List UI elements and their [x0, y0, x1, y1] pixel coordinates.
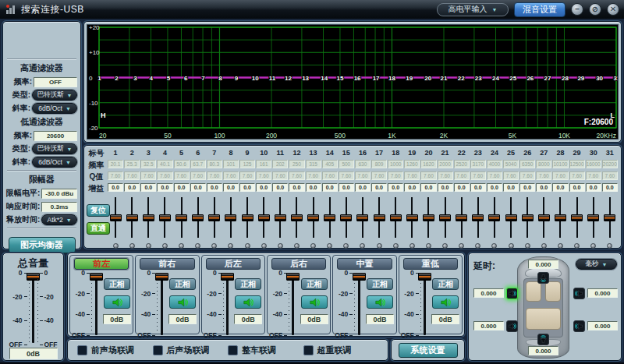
band-freq-field[interactable]: 50.6	[174, 160, 190, 168]
band-q-field[interactable]: 7.60	[239, 171, 255, 180]
delay-field-rear-center[interactable]: 0.000	[528, 346, 558, 355]
band-gain-slider[interactable]	[519, 195, 535, 240]
mute-button[interactable]	[169, 295, 196, 309]
slider-handle[interactable]	[225, 214, 236, 221]
band-led[interactable]	[272, 241, 288, 250]
checkbox[interactable]	[77, 345, 87, 355]
slider-handle[interactable]	[538, 214, 550, 221]
band-freq-field[interactable]: 20200	[602, 160, 618, 168]
band-freq-field[interactable]: 16000	[586, 160, 601, 168]
mute-button[interactable]	[301, 295, 328, 309]
slider-handle[interactable]	[221, 273, 234, 281]
band-gain-slider[interactable]	[602, 195, 618, 240]
phase-button[interactable]: 正相	[169, 278, 196, 290]
band-led[interactable]	[339, 241, 354, 250]
band-gain-slider[interactable]	[256, 195, 271, 240]
band-gain-slider[interactable]	[454, 195, 470, 240]
band-gain-slider[interactable]	[586, 195, 601, 240]
graphic-eq-button[interactable]: 图示均衡器	[9, 237, 76, 253]
slider-handle[interactable]	[456, 214, 467, 221]
checkbox[interactable]	[153, 345, 163, 355]
band-led[interactable]	[503, 241, 519, 250]
band-q-field[interactable]: 7.60	[174, 171, 190, 180]
band-gain-slider[interactable]	[108, 195, 123, 240]
slider-handle[interactable]	[555, 214, 566, 221]
band-gain-field[interactable]: 0.0	[586, 183, 601, 192]
band-freq-field[interactable]: 3170	[470, 160, 486, 168]
delay-field-rear-right[interactable]: 0.000	[587, 321, 618, 330]
band-led[interactable]	[289, 241, 304, 250]
band-freq-field[interactable]: 80.3	[207, 160, 222, 168]
band-q-field[interactable]: 7.60	[536, 171, 551, 180]
band-gain-slider[interactable]	[174, 195, 190, 240]
band-led[interactable]	[124, 241, 140, 250]
band-q-field[interactable]: 7.60	[388, 171, 403, 180]
band-led[interactable]	[371, 241, 387, 250]
band-gain-field[interactable]: 0.0	[256, 183, 271, 192]
channel-level-slider[interactable]	[156, 273, 167, 338]
channel-level-field[interactable]: 0dB	[366, 314, 394, 324]
band-gain-field[interactable]: 0.0	[602, 183, 618, 192]
phase-button[interactable]: 正相	[235, 278, 261, 290]
slider-handle[interactable]	[258, 214, 270, 221]
band-freq-field[interactable]: 405	[322, 160, 338, 168]
mute-button[interactable]	[235, 295, 261, 309]
band-led[interactable]	[157, 241, 172, 250]
slider-handle[interactable]	[418, 273, 431, 281]
band-led[interactable]	[223, 241, 239, 250]
band-q-field[interactable]: 7.60	[519, 171, 535, 180]
band-freq-field[interactable]: 2000	[438, 160, 453, 168]
slider-handle[interactable]	[242, 214, 254, 221]
disconnect-button[interactable]: ⊘	[589, 3, 601, 16]
band-freq-field[interactable]: 20.1	[108, 160, 123, 168]
band-gain-slider[interactable]	[388, 195, 403, 240]
band-freq-field[interactable]: 161	[256, 160, 271, 168]
band-led[interactable]	[404, 241, 420, 250]
band-q-field[interactable]: 7.60	[108, 171, 123, 180]
limit-level-field[interactable]: -30.0 dBu	[41, 189, 77, 199]
band-q-field[interactable]: 7.60	[404, 171, 420, 180]
band-gain-field[interactable]: 0.0	[388, 183, 403, 192]
band-q-field[interactable]: 7.60	[207, 171, 222, 180]
band-gain-field[interactable]: 0.0	[207, 183, 222, 192]
band-freq-field[interactable]: 8000	[536, 160, 551, 168]
slider-handle[interactable]	[340, 214, 352, 221]
band-gain-field[interactable]: 0.0	[503, 183, 519, 192]
slider-handle[interactable]	[587, 214, 599, 221]
slider-handle[interactable]	[286, 273, 300, 281]
band-gain-slider[interactable]	[536, 195, 551, 240]
slider-handle[interactable]	[505, 214, 517, 221]
band-led[interactable]	[355, 241, 370, 250]
band-gain-slider[interactable]	[404, 195, 420, 240]
band-q-field[interactable]: 7.60	[322, 171, 338, 180]
minimize-button[interactable]: –	[571, 3, 583, 16]
band-gain-field[interactable]: 0.0	[289, 183, 304, 192]
band-led[interactable]	[239, 241, 255, 250]
system-settings-button[interactable]: 系统设置	[399, 343, 458, 358]
channel-level-field[interactable]: 0dB	[103, 314, 131, 324]
band-freq-field[interactable]: 2520	[454, 160, 470, 168]
band-gain-field[interactable]: 0.0	[371, 183, 387, 192]
mute-button[interactable]	[104, 295, 130, 309]
slider-handle[interactable]	[155, 273, 168, 281]
band-gain-slider[interactable]	[470, 195, 486, 240]
phase-button[interactable]: 正相	[104, 278, 130, 290]
band-led[interactable]	[586, 241, 601, 250]
slider-handle[interactable]	[143, 214, 154, 221]
phase-button[interactable]: 正相	[432, 278, 459, 290]
channel-select-button[interactable]: 前左	[74, 258, 129, 270]
band-q-field[interactable]: 7.60	[355, 171, 370, 180]
channel-select-button[interactable]: 重低	[403, 258, 458, 270]
band-freq-field[interactable]: 25.3	[124, 160, 140, 168]
band-led[interactable]	[388, 241, 403, 250]
band-led[interactable]	[108, 241, 123, 250]
slider-handle[interactable]	[110, 214, 122, 221]
band-led[interactable]	[322, 241, 338, 250]
band-gain-slider[interactable]	[140, 195, 156, 240]
band-freq-field[interactable]: 1000	[388, 160, 403, 168]
band-q-field[interactable]: 7.60	[190, 171, 206, 180]
mute-button[interactable]	[367, 295, 393, 309]
channel-level-slider[interactable]	[90, 273, 101, 338]
slider-handle[interactable]	[439, 214, 451, 221]
band-q-field[interactable]: 7.60	[289, 171, 304, 180]
